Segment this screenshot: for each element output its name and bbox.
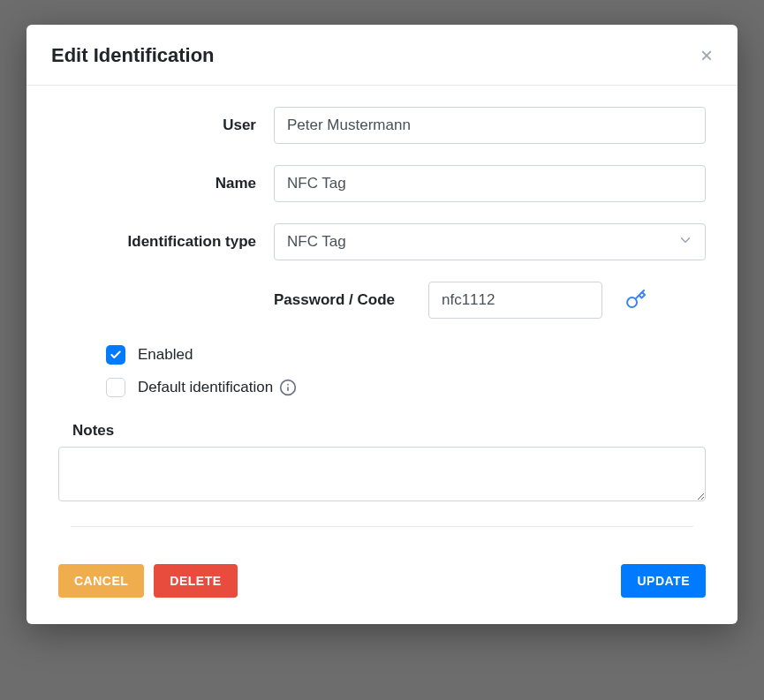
- user-input[interactable]: [274, 107, 706, 144]
- edit-identification-modal: Edit Identification × User Name Identifi…: [26, 25, 738, 624]
- delete-button[interactable]: DELETE: [154, 564, 237, 598]
- password-label: Password / Code: [274, 291, 395, 309]
- notes-label: Notes: [72, 422, 706, 440]
- name-input[interactable]: [274, 165, 706, 202]
- checkbox-section: Enabled Default identification: [58, 345, 706, 397]
- close-button[interactable]: ×: [700, 45, 713, 66]
- update-button[interactable]: UPDATE: [621, 564, 706, 598]
- enabled-checkbox[interactable]: [106, 345, 125, 365]
- enabled-label: Enabled: [138, 346, 193, 364]
- modal-header: Edit Identification ×: [26, 25, 738, 86]
- modal-footer: CANCEL DELETE UPDATE: [26, 564, 738, 624]
- modal-body: User Name Identification type Password /…: [26, 86, 738, 564]
- default-identification-checkbox-row: Default identification: [106, 378, 706, 397]
- footer-left: CANCEL DELETE: [58, 564, 238, 598]
- name-label: Name: [58, 175, 274, 192]
- notes-textarea[interactable]: [58, 447, 706, 501]
- identification-type-select-wrap: [274, 223, 706, 260]
- identification-type-select[interactable]: [274, 223, 706, 260]
- default-identification-label: Default identification: [138, 379, 297, 396]
- identification-type-row: Identification type: [58, 223, 706, 260]
- info-icon[interactable]: [279, 379, 297, 396]
- close-icon: ×: [700, 43, 713, 67]
- enabled-checkbox-row: Enabled: [106, 345, 706, 365]
- key-icon: [625, 299, 647, 312]
- user-row: User: [58, 107, 706, 144]
- identification-type-label: Identification type: [58, 233, 274, 251]
- password-input[interactable]: [428, 282, 602, 319]
- user-label: User: [58, 117, 274, 134]
- check-icon: [110, 349, 122, 361]
- cancel-button[interactable]: CANCEL: [58, 564, 144, 598]
- default-identification-checkbox[interactable]: [106, 378, 125, 397]
- password-row: Password / Code: [58, 282, 706, 319]
- divider: [71, 526, 693, 527]
- default-identification-label-text: Default identification: [138, 379, 273, 396]
- generate-key-button[interactable]: [622, 285, 650, 316]
- modal-title: Edit Identification: [51, 44, 215, 67]
- name-row: Name: [58, 165, 706, 202]
